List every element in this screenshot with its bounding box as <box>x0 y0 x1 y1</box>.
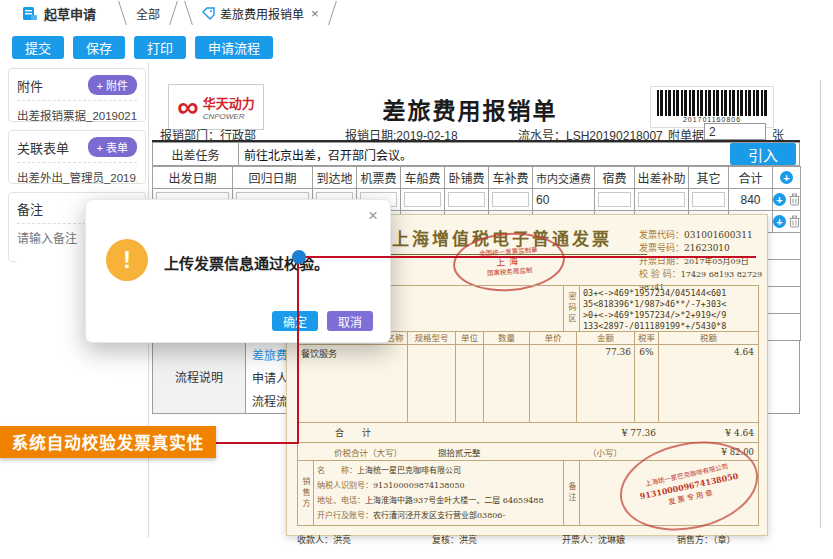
col-header: 出差补助 <box>635 167 689 189</box>
tab-edge <box>328 1 337 25</box>
seller-field-label: 地址、电话： <box>317 496 365 505</box>
transport-fee-cell[interactable]: 60 <box>533 189 595 211</box>
col-header: 机票费 <box>357 167 401 189</box>
meta-label: 发票代码： <box>639 230 684 240</box>
cell-input[interactable] <box>638 192 685 207</box>
company-logo: ∞ 华天动力 CNPOWER <box>168 84 264 130</box>
related-forms-card: 关联表单 + 表单 出差外出_管理员_2019... <box>8 130 146 184</box>
grand-total-cn: 捌拾贰元整 <box>438 446 588 458</box>
tag-icon <box>202 7 215 20</box>
annotation-line-vertical <box>297 256 299 443</box>
tab-edge <box>184 1 193 25</box>
seller-field-label: 纳税人识别号： <box>317 481 373 490</box>
attachment-item[interactable]: 出差报销票据_20190219.j... <box>17 101 137 123</box>
import-button[interactable]: 引入 <box>730 143 796 165</box>
subtotal-label: 合 计 <box>298 426 408 439</box>
add-row-icon[interactable]: + <box>780 171 793 184</box>
cell-input[interactable] <box>404 192 441 207</box>
task-row: 出差任务 前往北京出差，召开部门会议。 <box>152 142 800 166</box>
col-header: 回归日期 <box>233 167 313 189</box>
item-tax-rate: 6% <box>635 345 659 422</box>
attachments-title: 附件 <box>17 76 43 95</box>
pwd-line: 133<2897-/011189199*+/5430*8 <box>583 321 755 331</box>
app-window: 起草申请 全部 差旅费用报销单 × 提交 保存 打印 申请流程 附件 + 附件 … <box>0 0 833 559</box>
reviewer: 复核：洪亮 <box>432 533 562 546</box>
pwd-line: >0+<->469*1957234/>*2+919</9 <box>583 310 755 321</box>
col-header: 市内交通费 <box>533 167 595 189</box>
barcode: 201701160806 <box>650 86 774 128</box>
item-col-header: 数量 <box>484 332 530 344</box>
tab-all[interactable]: 全部 <box>122 1 174 25</box>
invoice-code: 031001600311 <box>684 230 753 240</box>
row-total-cell: 840 <box>729 189 773 211</box>
col-header: 出发日期 <box>153 167 233 189</box>
add-row-icon[interactable]: + <box>773 193 786 206</box>
attach-count-input[interactable] <box>704 123 766 140</box>
task-label: 出差任务 <box>153 143 239 165</box>
col-header: 合计 <box>729 167 773 189</box>
grand-total-label: 价税合计（大写） <box>298 446 438 458</box>
item-col-header: 单价 <box>530 332 577 344</box>
confirm-button[interactable]: 确定 <box>272 311 318 331</box>
invoice-footer: 收款人：洪亮 复核：洪亮 开票人：沈琳娥 销售方：（章） <box>297 533 759 546</box>
item-col-header: 金额 <box>577 332 635 344</box>
delete-row-icon[interactable] <box>789 193 800 206</box>
seller-field-label: 开户行及账号： <box>317 511 373 520</box>
submit-button[interactable]: 提交 <box>12 36 64 59</box>
tab-edge <box>169 1 178 25</box>
password-area: 03+<->469*1957234/045144<601 35<818396*1… <box>580 286 758 331</box>
col-header: 车补费 <box>489 167 533 189</box>
add-attachment-button[interactable]: + 附件 <box>88 75 137 95</box>
tab-bar: 起草申请 全部 差旅费用报销单 × <box>0 0 833 26</box>
cell-input[interactable] <box>692 192 725 207</box>
related-forms-title: 关联表单 <box>17 138 69 157</box>
annotation-dot <box>292 250 306 264</box>
brand-subtitle: CNPOWER <box>203 112 255 121</box>
cell-input[interactable] <box>492 192 529 207</box>
pwd-line: 35<818396*1/987>46**/-7+303< <box>583 299 755 310</box>
col-header: 到达地 <box>313 167 357 189</box>
tab-active-label: 差旅费用报销单 <box>220 5 304 22</box>
col-header: 其它 <box>689 167 729 189</box>
item-col-header: 税额 <box>659 332 758 344</box>
related-form-item[interactable]: 出差外出_管理员_2019... <box>17 163 137 185</box>
seller-name: 上海统一星巴克咖啡有限公司 <box>357 466 461 475</box>
app-title: 起草申请 <box>22 4 96 23</box>
tab-all-label: 全部 <box>136 5 160 22</box>
remarks-title: 备注 <box>17 199 43 218</box>
seller-address: 上海淮海中路937号金叶大楼一、二层 64659488 <box>365 496 544 505</box>
annotation-line-to-label <box>216 442 299 444</box>
print-button[interactable]: 打印 <box>134 36 186 59</box>
tab-edge <box>118 1 127 25</box>
seller-field-label: 名 称： <box>317 466 357 475</box>
modal-close-icon[interactable]: × <box>368 206 378 226</box>
tab-expense-form[interactable]: 差旅费用报销单 × <box>188 1 333 25</box>
item-amount: 77.36 <box>577 345 635 422</box>
save-button[interactable]: 保存 <box>73 36 125 59</box>
cancel-button[interactable]: 取消 <box>327 311 373 331</box>
apply-flow-button[interactable]: 申请流程 <box>195 36 273 59</box>
item-col-header: 规格型号 <box>408 332 456 344</box>
item-name: 餐饮服务 <box>298 345 408 422</box>
panel-right-border <box>820 80 821 528</box>
tab-close-icon[interactable]: × <box>311 6 319 21</box>
toolbar: 提交 保存 打印 申请流程 <box>12 36 273 59</box>
payee: 收款人：洪亮 <box>297 533 432 546</box>
cell-input[interactable] <box>598 192 631 207</box>
add-form-button[interactable]: + 表单 <box>88 137 137 157</box>
draft-form-icon <box>22 6 38 21</box>
infinity-logo-icon: ∞ <box>177 94 198 120</box>
delete-row-icon[interactable] <box>789 215 800 228</box>
warning-icon: ! <box>106 239 148 281</box>
password-area-label: 密码区 <box>564 286 580 331</box>
pwd-line: 03+<->469*1957234/045144<601 <box>583 288 755 299</box>
invoice-date: 2017年05月09日 <box>684 257 749 266</box>
cell-input[interactable] <box>448 192 485 207</box>
barcode-number: 201701160806 <box>657 116 767 123</box>
attachments-card: 附件 + 附件 出差报销票据_20190219.j... <box>8 68 146 122</box>
annotation-line-horizontal <box>300 256 756 258</box>
stamp-line: 国家税务局监制 <box>487 265 533 278</box>
seller-label: 销售方 <box>298 461 314 525</box>
item-col-header: 单位 <box>456 332 484 344</box>
add-row-icon[interactable]: + <box>773 215 786 228</box>
